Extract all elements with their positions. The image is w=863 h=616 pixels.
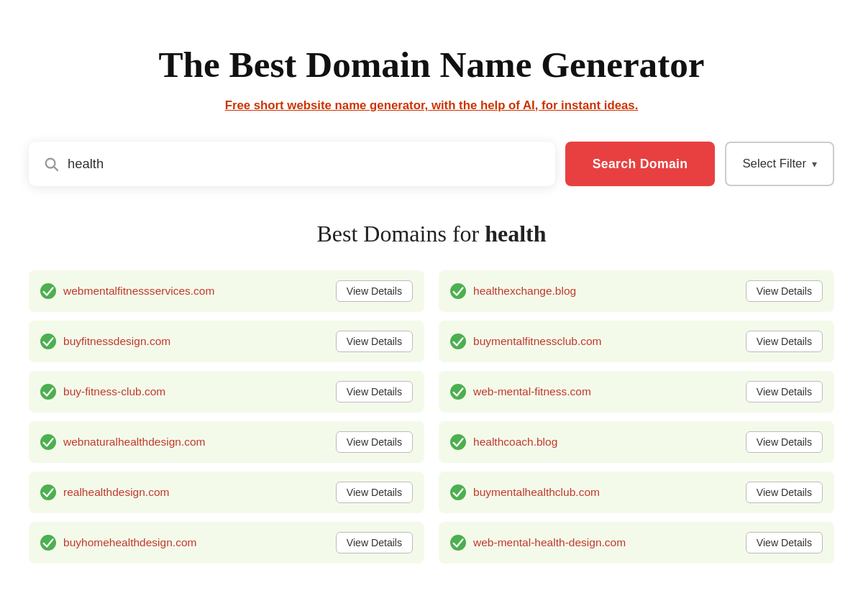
domain-name: webnaturalhealthdesign.com [63,436,206,449]
domain-name: web-mental-fitness.com [473,385,591,398]
results-title: Best Domains for health [29,221,834,247]
svg-point-8 [40,434,56,450]
svg-point-2 [40,283,56,299]
domain-left: realhealthdesign.com [40,484,329,500]
check-icon [40,484,56,500]
view-details-button[interactable]: View Details [746,280,823,302]
view-details-button[interactable]: View Details [746,431,823,453]
domain-left: web-mental-health-design.com [450,535,739,551]
domain-left: buy-fitness-club.com [40,384,329,400]
view-details-button[interactable]: View Details [336,280,413,302]
domain-left: buymentalhealthclub.com [450,484,739,500]
svg-point-4 [40,334,56,349]
view-details-button[interactable]: View Details [336,532,413,553]
svg-line-1 [54,167,58,170]
domain-row: buyhomehealthdesign.comView Details [29,522,424,564]
check-icon [450,434,466,450]
svg-point-5 [450,334,466,349]
check-icon [450,283,466,299]
domain-row: web-mental-fitness.comView Details [439,371,834,413]
check-icon [40,535,56,551]
filter-button[interactable]: Select Filter ▾ [725,142,834,186]
domain-row: realhealthdesign.comView Details [29,472,424,513]
domain-name: realhealthdesign.com [63,486,170,499]
check-icon [40,384,56,400]
check-icon [40,334,56,349]
search-input[interactable] [68,156,541,172]
domain-left: web-mental-fitness.com [450,384,739,400]
domains-grid: webmentalfitnessservices.comView Details… [29,270,834,564]
svg-point-7 [450,384,466,400]
svg-point-3 [450,283,466,299]
search-domain-button[interactable]: Search Domain [565,142,716,186]
domain-row: webnaturalhealthdesign.comView Details [29,421,424,463]
filter-label: Select Filter [742,157,806,171]
domain-name: buyhomehealthdesign.com [63,536,196,549]
domain-row: buyfitnessdesign.comView Details [29,321,424,362]
domain-left: webnaturalhealthdesign.com [40,434,329,450]
domain-name: healthcoach.blog [473,436,557,449]
domain-name: web-mental-health-design.com [473,536,626,549]
domain-name: webmentalfitnessservices.com [63,285,214,298]
domain-name: buymentalfitnessclub.com [473,335,602,348]
domain-row: buymentalfitnessclub.comView Details [439,321,834,362]
subtitle-plain: Free [225,98,254,112]
domain-row: webmentalfitnessservices.comView Details [29,270,424,312]
domain-left: buyfitnessdesign.com [40,334,329,349]
check-icon [450,384,466,400]
view-details-button[interactable]: View Details [746,532,823,553]
view-details-button[interactable]: View Details [336,482,413,503]
view-details-button[interactable]: View Details [336,331,413,352]
domain-name: buymentalhealthclub.com [473,486,600,499]
results-title-plain: Best Domains for [316,221,485,247]
search-input-wrapper [29,142,555,186]
check-icon [450,334,466,349]
domain-left: buyhomehealthdesign.com [40,535,329,551]
svg-point-12 [40,535,56,551]
domain-row: web-mental-health-design.comView Details [439,522,834,564]
subtitle-rest: website name generator, with the help of… [284,98,639,112]
domain-row: healthcoach.blogView Details [439,421,834,463]
domain-row: buymentalhealthclub.comView Details [439,472,834,513]
check-icon [40,434,56,450]
results-title-keyword: health [485,221,546,247]
view-details-button[interactable]: View Details [746,331,823,352]
domain-left: healthcoach.blog [450,434,739,450]
subtitle-link: short [254,98,284,112]
domain-row: healthexchange.blogView Details [439,270,834,312]
check-icon [450,484,466,500]
svg-point-11 [450,484,466,500]
search-icon [43,156,59,172]
domain-left: healthexchange.blog [450,283,739,299]
domain-name: buyfitnessdesign.com [63,335,170,348]
view-details-button[interactable]: View Details [746,381,823,403]
view-details-button[interactable]: View Details [336,431,413,453]
svg-point-13 [450,535,466,551]
domain-left: buymentalfitnessclub.com [450,334,739,349]
svg-point-9 [450,434,466,450]
view-details-button[interactable]: View Details [746,482,823,503]
domain-name: healthexchange.blog [473,285,576,298]
svg-point-6 [40,384,56,400]
search-bar-row: Search Domain Select Filter ▾ [29,142,834,186]
svg-point-10 [40,484,56,500]
page-title: The Best Domain Name Generator [29,43,834,86]
check-icon [40,283,56,299]
check-icon [450,535,466,551]
view-details-button[interactable]: View Details [336,381,413,403]
chevron-down-icon: ▾ [812,158,817,170]
domain-left: webmentalfitnessservices.com [40,283,329,299]
domain-row: buy-fitness-club.comView Details [29,371,424,413]
hero-subtitle: Free short website name generator, with … [29,98,834,113]
domain-name: buy-fitness-club.com [63,385,165,398]
